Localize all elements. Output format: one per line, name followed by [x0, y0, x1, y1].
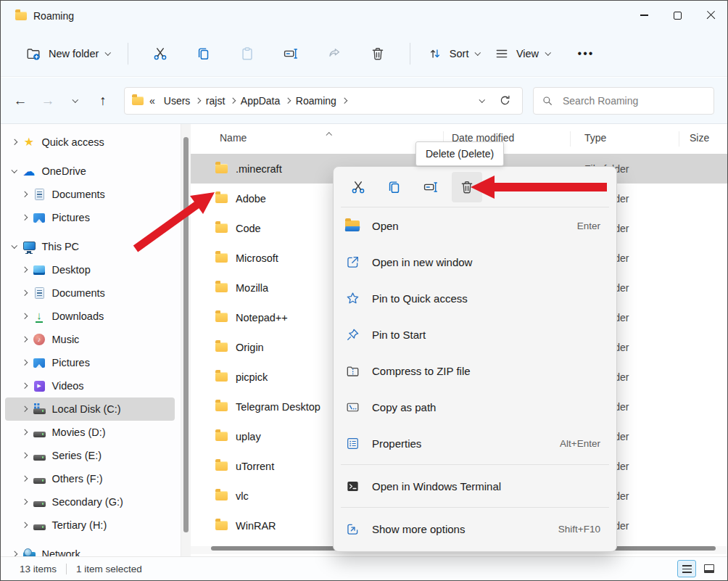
sidebar-item-videos[interactable]: ▶ Videos [5, 374, 175, 397]
sidebar-item-movies-d[interactable]: Movies (D:) [5, 421, 175, 444]
menu-item-label: Copy as path [372, 401, 436, 413]
menu-item-compress-to-zip[interactable]: Compress to ZIP file [334, 353, 616, 389]
forward-button[interactable]: → [34, 88, 62, 114]
expander-icon[interactable] [22, 191, 28, 197]
expander-icon[interactable] [22, 453, 28, 458]
sidebar-item-quick-access[interactable]: ★ Quick access [5, 131, 175, 154]
chevron-down-icon [545, 49, 551, 55]
breadcrumb-rajst[interactable]: rajst [202, 93, 229, 109]
menu-item-shortcut: Shift+F10 [558, 524, 600, 535]
minimize-button[interactable] [627, 1, 661, 30]
rename-button[interactable] [276, 39, 306, 68]
menu-item-properties[interactable]: Properties Alt+Enter [334, 425, 616, 461]
more-options-button[interactable]: ••• [571, 41, 602, 66]
expander-icon[interactable] [22, 267, 28, 273]
expander-icon[interactable] [22, 476, 28, 482]
recent-locations-button[interactable] [62, 88, 89, 114]
share-button[interactable] [319, 39, 349, 68]
breadcrumb-roaming[interactable]: Roaming [291, 93, 341, 109]
expander-icon[interactable] [22, 499, 28, 505]
cut-button[interactable] [343, 172, 373, 202]
toolbar-divider [128, 43, 128, 65]
menu-item-copy-as-path[interactable]: Copy as path [334, 389, 616, 425]
sidebar-item-onedrive-documents[interactable]: Documents [5, 183, 175, 206]
menu-item-open-in-windows-terminal[interactable]: Open in Windows Terminal [334, 468, 616, 504]
sidebar-item-label: Movies (D:) [52, 427, 106, 438]
maximize-button[interactable] [661, 1, 694, 30]
column-header-type[interactable]: Type [584, 132, 606, 144]
menu-item-label: Compress to ZIP file [372, 365, 471, 377]
rename-button[interactable] [415, 172, 446, 202]
up-button[interactable]: ↑ [89, 88, 117, 114]
refresh-button[interactable] [493, 88, 516, 114]
copy-button[interactable] [379, 172, 410, 202]
expander-icon[interactable] [22, 522, 28, 528]
breadcrumb-overflow[interactable]: « [144, 93, 160, 109]
sidebar-item-network[interactable]: Network [5, 543, 175, 556]
sidebar-item-downloads[interactable]: ↓ Downloads [5, 305, 175, 328]
terminal-icon [344, 478, 360, 494]
sidebar-item-onedrive[interactable]: ☁ OneDrive [5, 160, 175, 183]
expander-icon[interactable] [22, 406, 28, 412]
sidebar-item-desktop[interactable]: Desktop [5, 258, 175, 281]
expander-icon[interactable] [22, 290, 28, 296]
sidebar-scrollbar-thumb[interactable] [183, 137, 189, 532]
expander-icon[interactable] [12, 243, 17, 249]
sidebar-item-secondary-g[interactable]: Secondary (G:) [5, 490, 175, 514]
details-view-button[interactable] [677, 560, 696, 577]
menu-item-open[interactable]: Open Enter [334, 207, 616, 244]
expander-icon[interactable] [22, 383, 28, 389]
menu-item-open-in-new-window[interactable]: Open in new window [334, 244, 616, 280]
breadcrumb-users[interactable]: Users [160, 93, 195, 109]
sidebar-item-this-pc[interactable]: This PC [5, 235, 175, 258]
address-bar[interactable]: « Users rajst AppData Roaming [124, 87, 523, 115]
sidebar-item-label: Quick access [42, 136, 104, 148]
column-header-name[interactable]: Name [220, 132, 247, 144]
sidebar-item-music[interactable]: ♪ Music [5, 328, 175, 351]
expander-icon[interactable] [12, 139, 17, 145]
sidebar-scrollbar[interactable] [181, 124, 191, 556]
sort-button[interactable]: Sort [421, 41, 487, 67]
menu-item-label: Properties [372, 437, 421, 450]
file-name: Notepad++ [236, 312, 288, 324]
search-input[interactable] [561, 94, 706, 107]
sidebar-item-label: Pictures [52, 212, 90, 223]
breadcrumb-separator [342, 99, 347, 103]
pictures-icon [33, 213, 45, 223]
sidebar-item-onedrive-pictures[interactable]: Pictures [5, 206, 175, 229]
paste-button[interactable] [232, 39, 262, 68]
address-dropdown-button[interactable] [471, 88, 493, 114]
toolbar-divider [410, 43, 410, 65]
search-box[interactable] [533, 87, 714, 115]
expander-icon[interactable] [22, 313, 28, 319]
delete-button[interactable] [363, 39, 393, 68]
sidebar-item-series-e[interactable]: Series (E:) [5, 444, 175, 467]
view-button[interactable]: View [487, 41, 558, 67]
sidebar-item-local-disk-c[interactable]: Local Disk (C:) [5, 397, 175, 421]
expander-icon[interactable] [22, 429, 28, 435]
expander-icon[interactable] [12, 168, 17, 173]
large-icons-view-button[interactable] [700, 560, 719, 577]
delete-button[interactable] [452, 172, 482, 202]
breadcrumb-appdata[interactable]: AppData [236, 93, 284, 109]
back-button[interactable]: ← [7, 88, 34, 114]
menu-item-pin-to-start[interactable]: Pin to Start [334, 316, 616, 353]
close-button[interactable] [694, 1, 727, 30]
view-label: View [516, 48, 539, 59]
expander-icon[interactable] [22, 360, 28, 366]
cut-button[interactable] [145, 39, 175, 68]
column-header-size[interactable]: Size [690, 132, 709, 144]
sidebar-item-others-f[interactable]: Others (F:) [5, 467, 175, 490]
menu-item-show-more-options[interactable]: Show more options Shift+F10 [334, 511, 616, 547]
ellipsis-icon: ••• [578, 47, 595, 60]
new-folder-button[interactable]: New folder [18, 40, 117, 67]
sidebar-item-label: Local Disk (C:) [52, 403, 121, 415]
sidebar-item-pictures[interactable]: Pictures [5, 351, 175, 374]
expander-icon[interactable] [12, 551, 17, 556]
sidebar-item-tertiary-h[interactable]: Tertiary (H:) [5, 514, 175, 537]
menu-item-pin-to-quick-access[interactable]: Pin to Quick access [334, 280, 616, 316]
sidebar-item-documents[interactable]: Documents [5, 281, 175, 305]
copy-button[interactable] [189, 39, 219, 68]
expander-icon[interactable] [22, 215, 28, 221]
expander-icon[interactable] [22, 337, 28, 342]
